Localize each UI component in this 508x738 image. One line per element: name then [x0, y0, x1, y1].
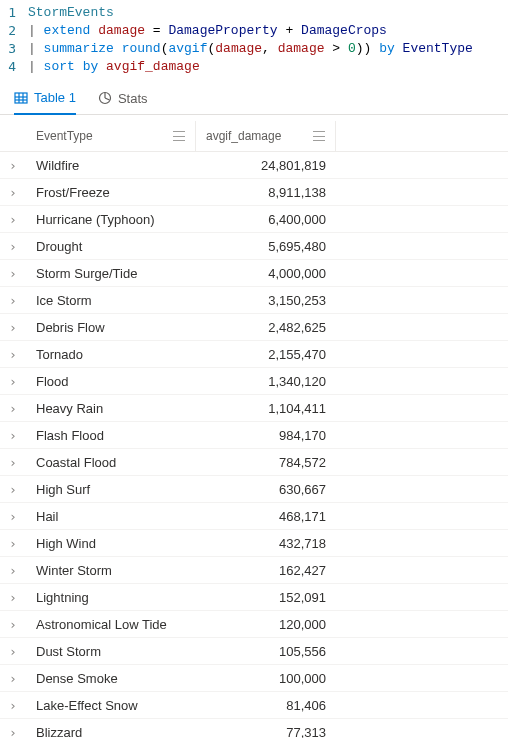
query-editor[interactable]: 1StormEvents2| extend damage = DamagePro… [0, 0, 508, 82]
cell-eventtype: Dust Storm [26, 644, 196, 659]
table-row[interactable]: ›High Surf630,667 [0, 476, 508, 503]
expand-header-spacer [0, 121, 26, 151]
cell-avgif-damage: 1,340,120 [196, 374, 336, 389]
tab-stats[interactable]: Stats [98, 91, 148, 114]
editor-line[interactable]: 1StormEvents [0, 4, 508, 22]
expand-row-icon[interactable]: › [0, 293, 26, 308]
expand-row-icon[interactable]: › [0, 644, 26, 659]
cell-eventtype: Heavy Rain [26, 401, 196, 416]
expand-row-icon[interactable]: › [0, 401, 26, 416]
cell-eventtype: Astronomical Low Tide [26, 617, 196, 632]
expand-row-icon[interactable]: › [0, 698, 26, 713]
cell-eventtype: Wildfire [26, 158, 196, 173]
table-row[interactable]: ›Flood1,340,120 [0, 368, 508, 395]
table-icon [14, 91, 28, 105]
cell-avgif-damage: 120,000 [196, 617, 336, 632]
expand-row-icon[interactable]: › [0, 590, 26, 605]
table-row[interactable]: ›High Wind432,718 [0, 530, 508, 557]
cell-eventtype: Tornado [26, 347, 196, 362]
table-row[interactable]: ›Blizzard77,313 [0, 719, 508, 738]
editor-line[interactable]: 4| sort by avgif_damage [0, 58, 508, 76]
tab-table[interactable]: Table 1 [14, 90, 76, 115]
table-row[interactable]: ›Hurricane (Typhoon)6,400,000 [0, 206, 508, 233]
expand-row-icon[interactable]: › [0, 185, 26, 200]
cell-eventtype: Drought [26, 239, 196, 254]
cell-avgif-damage: 468,171 [196, 509, 336, 524]
table-row[interactable]: ›Heavy Rain1,104,411 [0, 395, 508, 422]
cell-avgif-damage: 77,313 [196, 725, 336, 739]
expand-row-icon[interactable]: › [0, 212, 26, 227]
table-row[interactable]: ›Dust Storm105,556 [0, 638, 508, 665]
cell-avgif-damage: 432,718 [196, 536, 336, 551]
expand-row-icon[interactable]: › [0, 509, 26, 524]
line-number: 2 [0, 22, 28, 40]
table-row[interactable]: ›Drought5,695,480 [0, 233, 508, 260]
code-content[interactable]: | sort by avgif_damage [28, 58, 200, 76]
cell-eventtype: Blizzard [26, 725, 196, 739]
cell-eventtype: Lake-Effect Snow [26, 698, 196, 713]
cell-avgif-damage: 2,155,470 [196, 347, 336, 362]
table-row[interactable]: ›Tornado2,155,470 [0, 341, 508, 368]
cell-eventtype: Coastal Flood [26, 455, 196, 470]
result-tabs: Table 1 Stats [0, 82, 508, 115]
cell-eventtype: Lightning [26, 590, 196, 605]
cell-eventtype: Storm Surge/Tide [26, 266, 196, 281]
table-row[interactable]: ›Astronomical Low Tide120,000 [0, 611, 508, 638]
cell-avgif-damage: 81,406 [196, 698, 336, 713]
expand-row-icon[interactable]: › [0, 671, 26, 686]
column-menu-icon[interactable] [313, 131, 325, 141]
tab-stats-label: Stats [118, 91, 148, 106]
cell-avgif-damage: 3,150,253 [196, 293, 336, 308]
line-number: 1 [0, 4, 28, 22]
cell-avgif-damage: 152,091 [196, 590, 336, 605]
expand-row-icon[interactable]: › [0, 266, 26, 281]
table-row[interactable]: ›Lightning152,091 [0, 584, 508, 611]
table-row[interactable]: ›Flash Flood984,170 [0, 422, 508, 449]
cell-avgif-damage: 5,695,480 [196, 239, 336, 254]
expand-row-icon[interactable]: › [0, 347, 26, 362]
expand-row-icon[interactable]: › [0, 482, 26, 497]
grid-header: EventType avgif_damage [0, 121, 508, 152]
cell-eventtype: Dense Smoke [26, 671, 196, 686]
expand-row-icon[interactable]: › [0, 455, 26, 470]
code-content[interactable]: StormEvents [28, 4, 114, 22]
cell-eventtype: Hurricane (Typhoon) [26, 212, 196, 227]
tab-table-label: Table 1 [34, 90, 76, 105]
editor-line[interactable]: 3| summarize round(avgif(damage, damage … [0, 40, 508, 58]
table-row[interactable]: ›Ice Storm3,150,253 [0, 287, 508, 314]
expand-row-icon[interactable]: › [0, 239, 26, 254]
expand-row-icon[interactable]: › [0, 158, 26, 173]
column-header-eventtype[interactable]: EventType [26, 121, 196, 151]
column-header-avgif-damage[interactable]: avgif_damage [196, 121, 336, 151]
cell-avgif-damage: 24,801,819 [196, 158, 336, 173]
editor-line[interactable]: 2| extend damage = DamageProperty + Dama… [0, 22, 508, 40]
table-row[interactable]: ›Frost/Freeze8,911,138 [0, 179, 508, 206]
table-row[interactable]: ›Debris Flow2,482,625 [0, 314, 508, 341]
table-row[interactable]: ›Lake-Effect Snow81,406 [0, 692, 508, 719]
expand-row-icon[interactable]: › [0, 320, 26, 335]
expand-row-icon[interactable]: › [0, 617, 26, 632]
code-content[interactable]: | summarize round(avgif(damage, damage >… [28, 40, 473, 58]
expand-row-icon[interactable]: › [0, 374, 26, 389]
expand-row-icon[interactable]: › [0, 725, 26, 739]
column-menu-icon[interactable] [173, 131, 185, 141]
expand-row-icon[interactable]: › [0, 563, 26, 578]
table-row[interactable]: ›Hail468,171 [0, 503, 508, 530]
expand-row-icon[interactable]: › [0, 428, 26, 443]
results-grid: EventType avgif_damage ›Wildfire24,801,8… [0, 115, 508, 738]
cell-eventtype: Frost/Freeze [26, 185, 196, 200]
cell-avgif-damage: 105,556 [196, 644, 336, 659]
table-row[interactable]: ›Dense Smoke100,000 [0, 665, 508, 692]
table-row[interactable]: ›Wildfire24,801,819 [0, 152, 508, 179]
cell-eventtype: Flash Flood [26, 428, 196, 443]
cell-avgif-damage: 2,482,625 [196, 320, 336, 335]
table-row[interactable]: ›Winter Storm162,427 [0, 557, 508, 584]
expand-row-icon[interactable]: › [0, 536, 26, 551]
table-row[interactable]: ›Coastal Flood784,572 [0, 449, 508, 476]
cell-avgif-damage: 6,400,000 [196, 212, 336, 227]
cell-avgif-damage: 630,667 [196, 482, 336, 497]
cell-avgif-damage: 4,000,000 [196, 266, 336, 281]
cell-eventtype: Hail [26, 509, 196, 524]
table-row[interactable]: ›Storm Surge/Tide4,000,000 [0, 260, 508, 287]
code-content[interactable]: | extend damage = DamageProperty + Damag… [28, 22, 387, 40]
